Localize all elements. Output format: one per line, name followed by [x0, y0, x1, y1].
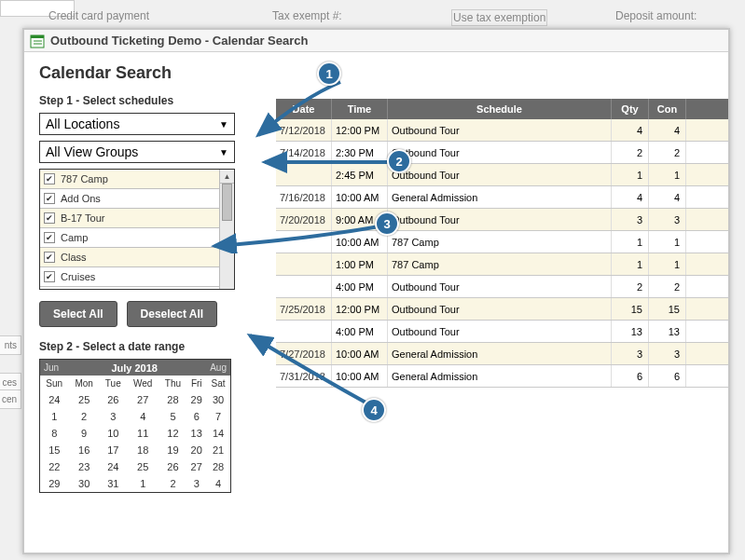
calendar-dow: Fri — [186, 376, 206, 391]
calendar-dow: Tue — [100, 376, 127, 391]
calendar-day[interactable]: 7 — [206, 408, 230, 425]
viewgroups-dropdown[interactable]: All View Groups ▼ — [39, 141, 235, 163]
list-item: ✔787 Camp — [40, 170, 234, 189]
calendar-day[interactable]: 1 — [127, 475, 159, 492]
checkbox-icon[interactable]: ✔ — [44, 193, 55, 204]
bg-deposit: Deposit amount: — [615, 9, 697, 22]
calendar-day[interactable]: 29 — [40, 475, 69, 492]
calendar-day[interactable]: 21 — [206, 442, 230, 458]
calendar-day[interactable]: 26 — [100, 391, 127, 408]
calendar-day[interactable]: 24 — [40, 391, 69, 408]
calendar-day[interactable]: 2 — [159, 475, 187, 492]
calendar-day[interactable]: 20 — [186, 442, 206, 458]
table-row[interactable]: 2:45 PMOutbound Tour11 — [276, 164, 728, 186]
calendar-day[interactable]: 15 — [40, 442, 69, 458]
annotation-3: 3 — [375, 212, 399, 236]
calendar-day[interactable]: 2 — [69, 408, 100, 425]
calendar-day[interactable]: 24 — [100, 458, 127, 475]
calendar-day[interactable]: 11 — [127, 425, 159, 442]
calendar-next[interactable]: Aug — [210, 362, 227, 373]
calendar-day[interactable]: 4 — [206, 475, 230, 492]
table-row[interactable]: 7/12/201812:00 PMOutbound Tour44 — [276, 119, 728, 142]
checkbox-icon[interactable]: ✔ — [44, 212, 55, 224]
table-row[interactable]: 4:00 PMOutbound Tour1313 — [276, 321, 728, 343]
calendar-day[interactable]: 27 — [127, 391, 159, 408]
calendar-dow: Thu — [159, 376, 187, 391]
calendar-day[interactable]: 9 — [69, 425, 100, 442]
viewgroups-dropdown-value: All View Groups — [46, 144, 138, 159]
table-row[interactable]: 7/25/201812:00 PMOutbound Tour1515 — [276, 298, 728, 321]
calendar-day[interactable]: 19 — [159, 442, 187, 458]
bg-credit: Credit card payment — [48, 9, 149, 22]
locations-dropdown[interactable]: All Locations ▼ — [39, 113, 235, 135]
page-title: Calendar Search — [39, 63, 261, 83]
calendar-month: July 2018 — [111, 362, 158, 374]
calendar-day[interactable]: 1 — [40, 408, 69, 425]
col-schedule[interactable]: Schedule — [388, 99, 612, 119]
scrollbar[interactable]: ▲ — [219, 170, 234, 289]
list-item: ✔Camp — [40, 228, 234, 248]
calendar[interactable]: Jun July 2018 Aug SunMonTueWedThuFriSat … — [39, 359, 231, 493]
calendar-day[interactable]: 27 — [186, 458, 206, 475]
calendar-day[interactable]: 13 — [186, 425, 206, 442]
list-item: ✔Class — [40, 248, 234, 267]
results-table: Date Time Schedule Qty Con 7/12/201812:0… — [276, 99, 728, 388]
step2-label: Step 2 - Select a date range — [39, 340, 261, 353]
calendar-prev[interactable]: Jun — [44, 362, 59, 373]
calendar-day[interactable]: 16 — [69, 442, 100, 458]
checkbox-icon[interactable]: ✔ — [44, 173, 55, 184]
calendar-day[interactable]: 28 — [159, 391, 187, 408]
calendar-day[interactable]: 29 — [186, 391, 206, 408]
calendar-day[interactable]: 25 — [127, 458, 159, 475]
checkbox-icon[interactable]: ✔ — [44, 252, 55, 263]
calendar-day[interactable]: 22 — [40, 458, 69, 475]
titlebar[interactable]: Outbound Ticketing Demo - Calendar Searc… — [24, 30, 728, 52]
checkbox-icon[interactable]: ✔ — [44, 271, 55, 282]
calendar-day[interactable]: 17 — [100, 442, 127, 458]
step1-label: Step 1 - Select schedules — [39, 94, 261, 107]
calendar-day[interactable]: 31 — [100, 475, 127, 492]
calendar-day[interactable]: 23 — [69, 458, 100, 475]
calendar-day[interactable]: 12 — [159, 425, 187, 442]
calendar-dow: Wed — [127, 376, 159, 391]
table-row[interactable]: 7/27/201810:00 AMGeneral Admission33 — [276, 343, 728, 365]
locations-dropdown-value: All Locations — [46, 116, 119, 131]
calendar-day[interactable]: 18 — [127, 442, 159, 458]
table-row[interactable]: 7/16/201810:00 AMGeneral Admission44 — [276, 186, 728, 209]
col-date[interactable]: Date — [276, 99, 332, 119]
annotation-4: 4 — [362, 398, 386, 422]
table-row[interactable]: 10:00 AM787 Camp11 — [276, 231, 728, 253]
calendar-day[interactable]: 3 — [186, 475, 206, 492]
list-item: ✔Cruises — [40, 267, 234, 287]
col-qty[interactable]: Qty — [612, 99, 649, 119]
calendar-day[interactable]: 8 — [40, 425, 69, 442]
calendar-day[interactable]: 30 — [206, 391, 230, 408]
col-con[interactable]: Con — [649, 99, 686, 119]
deselect-all-button[interactable]: Deselect All — [127, 301, 218, 327]
scroll-thumb[interactable] — [222, 184, 232, 221]
bg-useex: Use tax exemption — [451, 9, 547, 26]
table-row[interactable]: 7/14/20182:30 PMOutbound Tour22 — [276, 142, 728, 164]
checkbox-icon[interactable]: ✔ — [44, 232, 55, 243]
col-time[interactable]: Time — [332, 99, 388, 119]
calendar-app-icon — [30, 34, 45, 48]
calendar-day[interactable]: 3 — [100, 408, 127, 425]
calendar-day[interactable]: 5 — [159, 408, 187, 425]
table-row[interactable]: 4:00 PMOutbound Tour22 — [276, 276, 728, 298]
schedule-listbox[interactable]: ✔787 Camp ✔Add Ons ✔B-17 Tour ✔Camp ✔Cla… — [39, 169, 235, 290]
calendar-day[interactable]: 10 — [100, 425, 127, 442]
calendar-day[interactable]: 26 — [159, 458, 187, 475]
calendar-day[interactable]: 25 — [69, 391, 100, 408]
calendar-day[interactable]: 14 — [206, 425, 230, 442]
calendar-day[interactable]: 4 — [127, 408, 159, 425]
bg-tax: Tax exempt #: — [272, 9, 342, 22]
calendar-day[interactable]: 30 — [69, 475, 100, 492]
table-row[interactable]: 7/31/201810:00 AMGeneral Admission66 — [276, 365, 728, 388]
select-all-button[interactable]: Select All — [39, 301, 117, 327]
scroll-up-icon[interactable]: ▲ — [220, 170, 234, 184]
annotation-1: 1 — [317, 61, 341, 86]
calendar-day[interactable]: 6 — [186, 408, 206, 425]
table-row[interactable]: 1:00 PM787 Camp11 — [276, 253, 728, 276]
calendar-day[interactable]: 28 — [206, 458, 230, 475]
table-row[interactable]: 7/20/20189:00 AMOutbound Tour33 — [276, 209, 728, 231]
